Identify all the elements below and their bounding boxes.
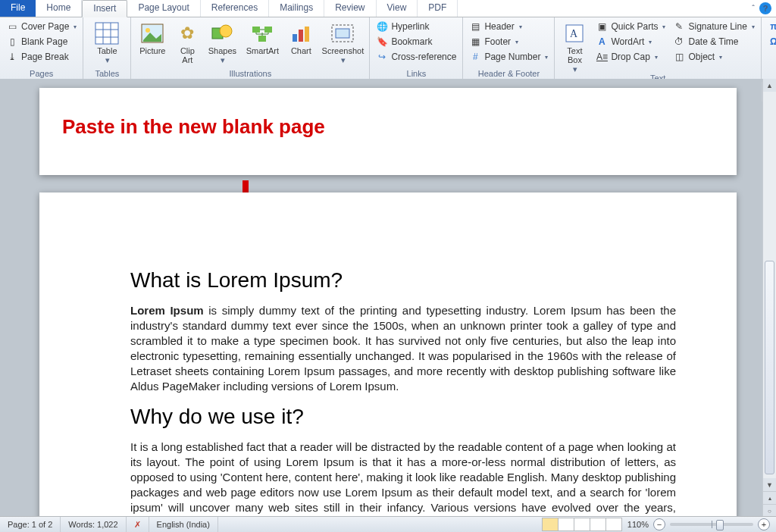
ribbon-tabs: File Home Insert Page Layout References … [0, 0, 776, 17]
bookmark-label: Bookmark [391, 36, 432, 47]
tab-mailings[interactable]: Mailings [269, 0, 324, 17]
picture-button[interactable]: Picture [134, 19, 171, 55]
zoom-out-button[interactable]: − [653, 518, 665, 530]
hyperlink-button[interactable]: 🌐 Hyperlink [373, 19, 459, 34]
wordart-label: WordArt [611, 36, 644, 47]
quickparts-button[interactable]: ▣ Quick Parts▾ [593, 19, 668, 34]
status-page[interactable]: Page: 1 of 2 [0, 517, 61, 532]
chart-button[interactable]: Chart [284, 19, 318, 55]
annotation-text: Paste in the new blank page [62, 115, 517, 139]
group-pages: ▭ Cover Page▾ ▯ Blank Page ⤓ Page Break … [0, 17, 83, 80]
zoom-in-button[interactable]: + [758, 518, 770, 530]
svg-rect-12 [293, 34, 297, 42]
page-2[interactable]: What is Lorem Ipsum? Lorem Ipsum is simp… [39, 192, 737, 517]
status-bar: Page: 1 of 2 Words: 1,022 ✗ English (Ind… [0, 516, 776, 532]
scroll-up-icon[interactable]: ▲ [763, 79, 776, 92]
tab-file[interactable]: File [0, 0, 36, 17]
cover-page-icon: ▭ [6, 20, 18, 33]
smartart-icon [251, 20, 274, 46]
svg-rect-14 [305, 27, 309, 42]
zoom-slider[interactable] [670, 523, 753, 526]
prev-page-icon[interactable]: ▴ [763, 491, 776, 504]
tab-home[interactable]: Home [36, 0, 82, 17]
screenshot-button[interactable]: Screenshot▾ [319, 19, 366, 64]
group-tables-label: Tables [86, 69, 127, 80]
object-icon: ◫ [673, 51, 685, 63]
heading-why-use: Why do we use it? [130, 405, 676, 429]
clipart-button[interactable]: ✿ Clip Art [172, 19, 202, 64]
status-proof[interactable]: ✗ [127, 517, 149, 532]
svg-point-6 [146, 28, 150, 33]
view-weblayout-button[interactable] [574, 518, 590, 531]
status-language[interactable]: English (India) [149, 517, 218, 532]
group-illustrations-label: Illustrations [134, 69, 366, 80]
blank-page-icon: ▯ [6, 36, 18, 48]
tab-view[interactable]: View [377, 0, 418, 17]
vertical-scrollbar[interactable]: ▲ ▼ ▴ ○ [762, 79, 776, 517]
view-outline-button[interactable] [590, 518, 606, 531]
table-button[interactable]: Table▾ [86, 19, 127, 64]
smartart-button[interactable]: SmartArt [242, 19, 283, 55]
symbol-icon: Ω [768, 36, 776, 48]
symbol-button[interactable]: Ω Symbol▾ [765, 34, 776, 49]
cover-page-button[interactable]: ▭ Cover Page▾ [3, 19, 80, 34]
wordart-icon: A [596, 36, 608, 48]
datetime-button[interactable]: ⏱ Date & Time [670, 34, 757, 49]
scroll-thumb[interactable] [765, 261, 774, 474]
blank-page-button[interactable]: ▯ Blank Page [3, 34, 80, 49]
wordart-button[interactable]: A WordArt▾ [593, 34, 668, 49]
scroll-down-icon[interactable]: ▼ [763, 478, 776, 491]
document-area[interactable]: ▦ Paste in the new blank page What is Lo… [0, 79, 776, 517]
quickparts-label: Quick Parts [611, 21, 658, 32]
group-tables: Table▾ Tables [83, 17, 131, 80]
status-words[interactable]: Words: 1,022 [61, 517, 126, 532]
page-break-button[interactable]: ⤓ Page Break [3, 49, 80, 64]
heading-what-is: What is Lorem Ipsum? [130, 268, 676, 293]
group-pages-label: Pages [3, 69, 80, 80]
bookmark-button[interactable]: 🔖 Bookmark [373, 34, 459, 49]
annotation: Paste in the new blank page [62, 115, 517, 139]
pagenumber-button[interactable]: # Page Number▾ [466, 49, 551, 64]
group-symbols: π Equation▾ Ω Symbol▾ Symbols [762, 17, 776, 80]
clipart-label: Clip Art [180, 46, 195, 64]
group-symbols-label: Symbols [765, 69, 776, 80]
chart-label: Chart [291, 46, 311, 55]
equation-button[interactable]: π Equation▾ [765, 19, 776, 34]
view-fullscreen-button[interactable] [558, 518, 574, 531]
zoom-level[interactable]: 110% [627, 520, 649, 529]
group-headerfooter-label: Header & Footer [466, 69, 551, 80]
view-draft-button[interactable] [605, 518, 622, 531]
textbox-button[interactable]: A Text Box▾ [558, 19, 591, 74]
ribbon-minimize-icon[interactable]: ˆ [752, 4, 755, 13]
zoom-slider-knob[interactable] [716, 520, 724, 530]
tab-insert[interactable]: Insert [82, 0, 127, 17]
view-printlayout-button[interactable] [542, 518, 559, 531]
group-links: 🌐 Hyperlink 🔖 Bookmark ↪ Cross-reference… [370, 17, 463, 80]
footer-button[interactable]: ▦ Footer▾ [466, 34, 551, 49]
header-button[interactable]: ▤ Header▾ [466, 19, 551, 34]
object-label: Object [688, 52, 715, 62]
help-icon[interactable]: ? [759, 2, 771, 14]
shapes-button[interactable]: Shapes▾ [204, 19, 240, 64]
tab-review[interactable]: Review [324, 0, 376, 17]
tab-pdf[interactable]: PDF [418, 0, 458, 17]
footer-icon: ▦ [469, 36, 481, 48]
crossref-button[interactable]: ↪ Cross-reference [373, 49, 459, 64]
quickparts-icon: ▣ [596, 20, 608, 33]
textbox-label: Text Box [567, 46, 582, 64]
svg-text:A: A [570, 28, 578, 39]
pagenumber-icon: # [469, 51, 481, 63]
signatureline-button[interactable]: ✎ Signature Line▾ [670, 19, 757, 34]
dropcap-label: Drop Cap [611, 52, 649, 62]
dropcap-button[interactable]: A≡ Drop Cap▾ [593, 49, 668, 64]
tab-references[interactable]: References [201, 0, 269, 17]
object-button[interactable]: ◫ Object▾ [670, 49, 757, 64]
crossref-icon: ↪ [376, 51, 388, 63]
signatureline-label: Signature Line [688, 21, 746, 32]
zoom-slider-tick [712, 521, 712, 528]
document-body[interactable]: What is Lorem Ipsum? Lorem Ipsum is simp… [130, 268, 676, 517]
tab-pagelayout[interactable]: Page Layout [127, 0, 200, 17]
svg-rect-0 [95, 23, 118, 44]
group-text: A Text Box▾ ▣ Quick Parts▾ A WordArt▾ A≡… [555, 17, 761, 80]
browse-object-icon[interactable]: ○ [763, 504, 776, 517]
